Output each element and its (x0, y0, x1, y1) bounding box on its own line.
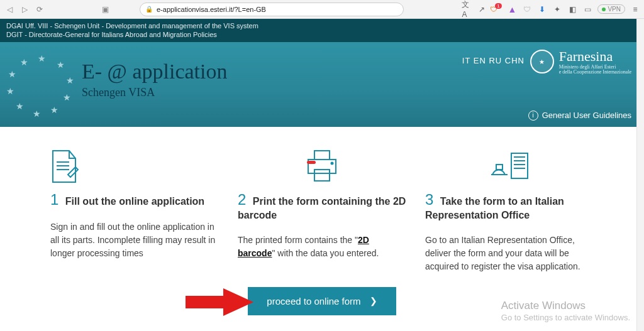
logo-name: Farnesina (559, 48, 631, 65)
svg-rect-5 (314, 170, 330, 181)
site-title-block: E- @ application Schengen VISA (82, 60, 227, 99)
red-arrow-annotation (186, 287, 255, 320)
url-text: e-applicationvisa.esteri.it/?L=en-GB (157, 6, 266, 13)
brave-icon[interactable]: ▲ (507, 4, 517, 14)
browser-chrome: ◁ ▷ ⟳ ▣ 🔒 e-applicationvisa.esteri.it/?L… (0, 0, 644, 19)
menu-icon[interactable]: ≡ (630, 4, 640, 14)
svg-rect-12 (496, 165, 502, 170)
vpn-pill[interactable]: VPN (597, 4, 625, 14)
logo-sub2: e della Cooperazione Internazionale (559, 70, 631, 75)
ministry-strip: DGAI Uff. VIII - Schengen Unit - Develop… (0, 19, 644, 42)
language-switcher[interactable]: IT EN RU CHN (462, 56, 525, 65)
windows-watermark: Activate Windows Go to Settings to activ… (501, 299, 630, 323)
step-1-body: Sign in and fill out the online applicat… (50, 220, 219, 260)
printer-icon (238, 146, 406, 183)
step-1: 1 Fill out the online application Sign i… (50, 146, 219, 273)
step-1-title: 1 Fill out the online application (50, 190, 219, 209)
proceed-button[interactable]: proceed to online form ❯ (248, 287, 396, 315)
step-2-body: The printed form contains the "2D barcod… (238, 234, 406, 260)
scrollbar-track[interactable] (636, 19, 644, 331)
step-2-title: 2 Print the form containing the 2D barco… (238, 190, 406, 222)
step-3-title: 3 Take the form to an Italian Representa… (425, 190, 594, 222)
user-guidelines-link[interactable]: i General User Guidelines (528, 111, 631, 121)
wallet-icon[interactable]: ▭ (582, 4, 592, 14)
ministry-line-1: DGAI Uff. VIII - Schengen Unit - Develop… (6, 21, 638, 30)
svg-rect-3 (314, 151, 330, 160)
chevron-right-icon: ❯ (370, 296, 377, 306)
translate-icon[interactable]: 文A (462, 4, 472, 14)
extension-shield-icon[interactable]: 🛡 (522, 4, 532, 14)
share-icon[interactable]: ↗ (477, 4, 487, 14)
svg-marker-13 (186, 288, 253, 316)
download-icon[interactable]: ⬇ (537, 4, 547, 14)
step-2: 2 Print the form containing the 2D barco… (238, 146, 406, 273)
site-subtitle: Schengen VISA (82, 86, 227, 99)
nav-back-button[interactable]: ◁ (4, 4, 15, 15)
shield-extension-icon[interactable]: 🛡1 (492, 4, 502, 14)
panel-icon[interactable]: ◧ (567, 4, 577, 14)
italy-emblem-icon: ★ (530, 50, 554, 73)
info-icon: i (528, 111, 538, 121)
steps-row: 1 Fill out the online application Sign i… (0, 127, 644, 273)
ministry-line-2: DGIT - Directorate-General for Italians … (6, 30, 638, 39)
step-3: 3 Take the form to an Italian Representa… (425, 146, 594, 273)
extensions-icon[interactable]: ✦ (552, 4, 562, 14)
site-title: E- @ application (82, 60, 227, 84)
svg-point-6 (331, 162, 333, 164)
form-document-icon (50, 146, 219, 183)
svg-rect-4 (308, 160, 336, 173)
lock-icon: 🔒 (145, 6, 153, 13)
address-bar[interactable]: 🔒 e-applicationvisa.esteri.it/?L=en-GB (140, 3, 404, 16)
site-header: ★ ★ ★ ★ ★ ★ ★ ★ ★ ★ E- @ application Sch… (0, 42, 644, 127)
sidebar-toggle-icon[interactable]: ▣ (99, 4, 111, 15)
nav-reload-button[interactable]: ⟳ (34, 4, 45, 15)
step-3-body: Go to an Italian Representation Office, … (425, 234, 594, 273)
nav-forward-button[interactable]: ▷ (19, 4, 30, 15)
chrome-right-icons: 文A ↗ 🛡1 ▲ 🛡 ⬇ ✦ ◧ ▭ VPN ≡ (462, 4, 640, 14)
farnesina-logo[interactable]: ★ Farnesina Ministero degli Affari Ester… (530, 48, 631, 76)
office-building-icon (425, 146, 594, 183)
eu-stars-decor: ★ ★ ★ ★ ★ ★ ★ ★ ★ ★ (6, 53, 82, 122)
